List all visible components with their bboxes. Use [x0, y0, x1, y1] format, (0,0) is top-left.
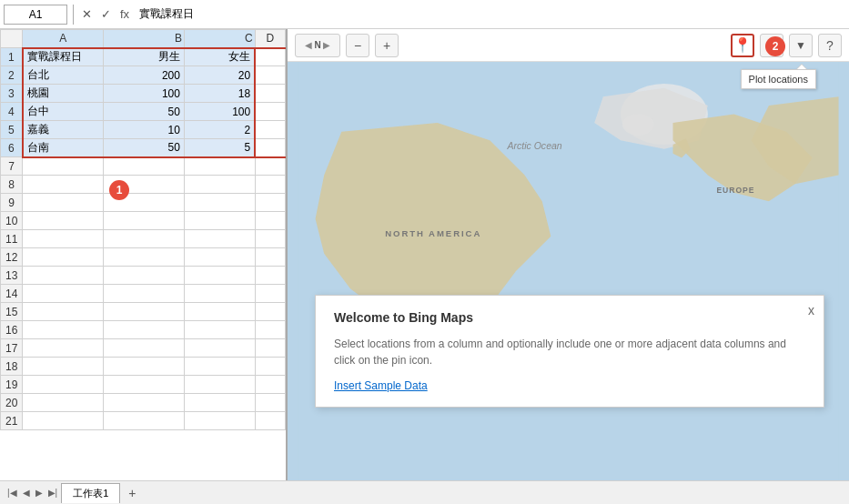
- cell-a2[interactable]: 台北: [23, 66, 104, 85]
- cell-d7[interactable]: [255, 157, 285, 176]
- cell-c7[interactable]: [184, 157, 255, 176]
- cell-d3[interactable]: [255, 85, 285, 103]
- cell-c12[interactable]: [184, 248, 255, 267]
- cell-d13[interactable]: [255, 267, 285, 285]
- filter-button[interactable]: ▼: [789, 34, 813, 57]
- cell-c17[interactable]: [184, 339, 255, 358]
- cell-d9[interactable]: [255, 194, 285, 212]
- cell-d8[interactable]: [255, 176, 285, 194]
- cell-c3[interactable]: 18: [184, 85, 255, 103]
- cell-c15[interactable]: [184, 303, 255, 321]
- cell-c8[interactable]: [184, 176, 255, 194]
- cell-c13[interactable]: [184, 267, 255, 285]
- cell-d1[interactable]: [255, 48, 285, 66]
- insert-function-icon[interactable]: fx: [117, 6, 132, 22]
- cell-d5[interactable]: [255, 121, 285, 139]
- cell-d12[interactable]: [255, 248, 285, 267]
- cell-d10[interactable]: [255, 212, 285, 230]
- cell-b4[interactable]: 50: [104, 103, 185, 121]
- cell-d19[interactable]: [255, 376, 285, 394]
- cell-a17[interactable]: [23, 339, 104, 358]
- cell-d11[interactable]: [255, 230, 285, 248]
- cell-a1[interactable]: 實戰課程日: [23, 48, 104, 66]
- cell-c11[interactable]: [184, 230, 255, 248]
- cell-a19[interactable]: [23, 376, 104, 394]
- cell-c14[interactable]: [184, 285, 255, 303]
- welcome-close-button[interactable]: x: [808, 303, 814, 318]
- nav-left-icon[interactable]: ◀: [303, 40, 314, 50]
- cell-a20[interactable]: [23, 394, 104, 412]
- cell-c20[interactable]: [184, 394, 255, 412]
- cell-c2[interactable]: 20: [184, 66, 255, 85]
- cell-b5[interactable]: 10: [104, 121, 185, 139]
- add-sheet-button[interactable]: +: [122, 483, 142, 503]
- cell-a9[interactable]: [23, 194, 104, 212]
- cell-a15[interactable]: [23, 303, 104, 321]
- cell-b20[interactable]: [104, 394, 185, 412]
- cell-a13[interactable]: [23, 267, 104, 285]
- cell-c6[interactable]: 5: [184, 139, 255, 157]
- cancel-formula-icon[interactable]: ✕: [79, 6, 95, 22]
- cell-c1[interactable]: 女生: [184, 48, 255, 66]
- nav-control[interactable]: ◀ N ▶: [295, 34, 340, 57]
- cell-b13[interactable]: [104, 267, 185, 285]
- cell-c9[interactable]: [184, 194, 255, 212]
- cell-d4[interactable]: [255, 103, 285, 121]
- cell-b11[interactable]: [104, 230, 185, 248]
- cell-a18[interactable]: [23, 358, 104, 376]
- sheet1-tab[interactable]: 工作表1: [61, 483, 120, 503]
- cell-c5[interactable]: 2: [184, 121, 255, 139]
- nav-right-icon[interactable]: ▶: [321, 40, 332, 50]
- zoom-out-button[interactable]: −: [346, 34, 369, 57]
- plot-locations-button[interactable]: 📍: [731, 34, 754, 57]
- cell-b7[interactable]: [104, 157, 185, 176]
- cell-a21[interactable]: [23, 412, 104, 430]
- cell-b18[interactable]: [104, 358, 185, 376]
- cell-reference-box[interactable]: [4, 5, 67, 25]
- cell-b14[interactable]: [104, 285, 185, 303]
- cell-b1[interactable]: 男生: [104, 48, 185, 66]
- cell-b10[interactable]: [104, 212, 185, 230]
- cell-a6[interactable]: 台南: [23, 139, 104, 157]
- cell-b16[interactable]: [104, 321, 185, 339]
- cell-a3[interactable]: 桃園: [23, 85, 104, 103]
- cell-a11[interactable]: [23, 230, 104, 248]
- tab-last-arrow[interactable]: ▶|: [46, 488, 60, 498]
- zoom-in-button[interactable]: +: [375, 34, 399, 57]
- cell-b15[interactable]: [104, 303, 185, 321]
- cell-b6[interactable]: 50: [104, 139, 185, 157]
- cell-b2[interactable]: 200: [104, 66, 185, 85]
- insert-sample-data-link[interactable]: Insert Sample Data: [334, 379, 428, 392]
- cell-d6[interactable]: [255, 139, 285, 157]
- cell-c18[interactable]: [184, 358, 255, 376]
- cell-a7[interactable]: [23, 157, 104, 176]
- cell-c4[interactable]: 100: [184, 103, 255, 121]
- cell-c10[interactable]: [184, 212, 255, 230]
- confirm-formula-icon[interactable]: ✓: [98, 6, 114, 22]
- tab-prev-arrow[interactable]: ◀: [21, 488, 32, 498]
- cell-a14[interactable]: [23, 285, 104, 303]
- cell-d17[interactable]: [255, 339, 285, 358]
- cell-b12[interactable]: [104, 248, 185, 267]
- cell-b21[interactable]: [104, 412, 185, 430]
- cell-a4[interactable]: 台中: [23, 103, 104, 121]
- help-button[interactable]: ?: [818, 34, 842, 57]
- cell-d16[interactable]: [255, 321, 285, 339]
- cell-d15[interactable]: [255, 303, 285, 321]
- cell-d2[interactable]: [255, 66, 285, 85]
- cell-d20[interactable]: [255, 394, 285, 412]
- cell-a16[interactable]: [23, 321, 104, 339]
- cell-c19[interactable]: [184, 376, 255, 394]
- cell-b17[interactable]: [104, 339, 185, 358]
- cell-a10[interactable]: [23, 212, 104, 230]
- cell-c16[interactable]: [184, 321, 255, 339]
- cell-d21[interactable]: [255, 412, 285, 430]
- cell-d14[interactable]: [255, 285, 285, 303]
- cell-a5[interactable]: 嘉義: [23, 121, 104, 139]
- tab-first-arrow[interactable]: |◀: [5, 488, 19, 498]
- cell-b3[interactable]: 100: [104, 85, 185, 103]
- formula-input[interactable]: [136, 6, 845, 23]
- cell-a8[interactable]: [23, 176, 104, 194]
- tab-next-arrow[interactable]: ▶: [34, 488, 45, 498]
- cell-b19[interactable]: [104, 376, 185, 394]
